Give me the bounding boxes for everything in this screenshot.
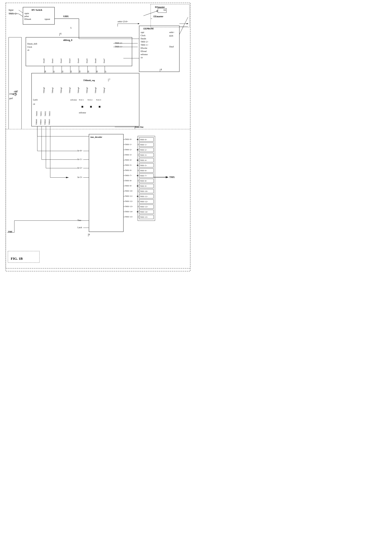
tmx7-out-dec: TMX<7> (140, 175, 147, 177)
latch-input-label: Latch (77, 226, 82, 229)
svg-point-93 (137, 165, 138, 166)
svg-point-108 (137, 196, 138, 197)
d5-label: d5 (87, 71, 89, 72)
svg-point-85 (137, 149, 138, 150)
shftreg-clock: Clock (27, 46, 32, 48)
dout7-label: Dout7 (103, 58, 105, 63)
tmx5-in-dec: TMX<5> (125, 164, 132, 166)
svg-marker-119 (166, 176, 168, 178)
tmbit2-label: TMbit2 (44, 119, 46, 125)
eeprom-vppi: vppi (141, 31, 144, 34)
tme-decoder-label: tme_decoder (90, 136, 102, 138)
dout2-label: Dout2 (60, 59, 62, 63)
tmx0-in-dec: TMX<0> (125, 138, 132, 140)
dout3-label: Dout3 (69, 59, 71, 63)
svg-marker-52 (66, 177, 69, 178)
tmx3-label: TMX3 (49, 111, 51, 116)
svg-rect-28 (82, 106, 83, 108)
svg-line-124 (179, 17, 188, 35)
tmbit1-label: TMbit1 (40, 119, 42, 125)
d4-label: d4 (79, 71, 81, 73)
tmhold-reg-label: TMhold_reg (83, 79, 95, 82)
eeprom-een: EEN (169, 35, 173, 37)
tme-input-label: Tme (77, 219, 81, 221)
shftreg-label: shftreg_8 (63, 39, 72, 42)
tmx14-in-dec: TMX<14> (125, 210, 133, 213)
svg-rect-30 (99, 106, 100, 108)
svg-point-103 (137, 185, 138, 187)
eeprom-datain: DataIn (141, 38, 146, 40)
eemaster-label: EEmaster (154, 15, 163, 18)
num7-label: 7 (109, 78, 110, 81)
gnd-label: gnd! (9, 97, 13, 99)
tmx15-out-dec: TMX<15> (140, 216, 148, 218)
circuit-diagram: Input TMX<2> HV Switch vppin pebar EEmas… (0, 0, 196, 275)
tmx0-label: TMX0 (35, 111, 38, 116)
tmbit3-label: TMbit3 (48, 119, 50, 125)
eeprom-clr: clr (141, 56, 143, 59)
d0-label: d0 (44, 71, 46, 72)
vdd-buf: VDD (14, 91, 17, 93)
svg-point-115 (137, 211, 138, 212)
svg-point-80 (137, 139, 138, 140)
svg-point-98 (137, 175, 138, 176)
hv-switch-label: HV Switch (32, 9, 42, 11)
dout6-label: Dout6 (94, 58, 97, 63)
eebit-signal-label: eebit<23:0> (118, 20, 128, 23)
nac1-label: NAC1 (79, 99, 84, 101)
tmreg5-label: TMreg5 (86, 87, 88, 93)
tmx4-in-dec: TMX<4> (125, 159, 132, 161)
tmx2-hold: TMX2 (44, 111, 46, 116)
svg-rect-39 (89, 134, 123, 232)
tmx4-out-dec: TMX<4> (140, 159, 147, 161)
eeprom-eebit-out: eebit< (169, 31, 174, 34)
shftreg-datain: Datain_shift (27, 43, 37, 45)
tmx14-out-dec: TMX<14> (140, 211, 148, 213)
tmx8-out-dec: TMX<8> (140, 180, 147, 182)
num5-label: 5 (70, 27, 71, 29)
tmx12-in-dec: TMX<12> (125, 200, 133, 202)
tmreg3-label: TMreg3 (69, 87, 71, 93)
tmx3-out-dec: TMX<3> (140, 154, 147, 156)
vppout-label: vppout (44, 18, 50, 20)
tmx3-in-dec: TMX<3> (125, 154, 132, 156)
input-label: Input (9, 9, 14, 11)
tmx6-in-dec: TMX<6> (125, 169, 132, 171)
d2-label: d2 (61, 71, 63, 72)
eefromsr-out-label: eefromsr (79, 112, 86, 114)
tmx6-out-dec: TMX<6> (140, 169, 147, 172)
eeprom-tmx1: TMX<1> (141, 44, 148, 46)
tmreg6-label: TMreg6 (94, 87, 97, 93)
vppin-label: vppin (24, 12, 29, 14)
in3-label: In<3> (77, 176, 83, 178)
eeprom-dataf: Dataf (169, 46, 174, 48)
tmreg4-label: TMreg4 (77, 87, 79, 93)
svg-rect-29 (90, 106, 92, 108)
tmx11-out-dec: TMX<11> (140, 195, 148, 197)
eeprom-eefromsr: eefromsr (141, 53, 148, 56)
tmx10-out-dec: TMX<10> (140, 190, 148, 192)
dout5-label: Dout5 (86, 59, 88, 63)
d3-label: d3 (70, 71, 72, 72)
tmx8-in-dec: TMX<8> (125, 180, 132, 182)
tmx2-in-dec: TMX<2> (125, 148, 132, 151)
eemask-label: EEmask (24, 18, 31, 20)
tmx5-out-dec: TMX<5> (140, 164, 147, 167)
in1-label: In<1> (77, 158, 83, 160)
tmx10-in-dec: TMX<10> (125, 190, 133, 192)
tmreg0-label: TMreg0 (43, 87, 45, 93)
eeprom-tmx2: TMX<2> (141, 41, 148, 43)
shftreg-clr: clr (27, 49, 29, 51)
pebar-label: pebar (24, 15, 29, 17)
page: Input TMX<2> HV Switch vppin pebar EEmas… (0, 0, 196, 275)
clr-label2: clr (33, 103, 35, 105)
num6-label: 6 (60, 32, 61, 35)
dout0-label: Dout0 (43, 59, 45, 63)
tmx13-in-dec: TMX<13> (125, 205, 133, 208)
tmx9-out-dec: TMX<9> (140, 185, 147, 187)
tmx12-out-dec: TMX<12> (140, 201, 148, 203)
nac3-label: NAC3 (96, 99, 101, 101)
d1-label: d1 (53, 71, 55, 72)
tmx2-shftreg: TMX<2> (115, 42, 123, 44)
dout4-label: Dout4 (77, 58, 79, 63)
